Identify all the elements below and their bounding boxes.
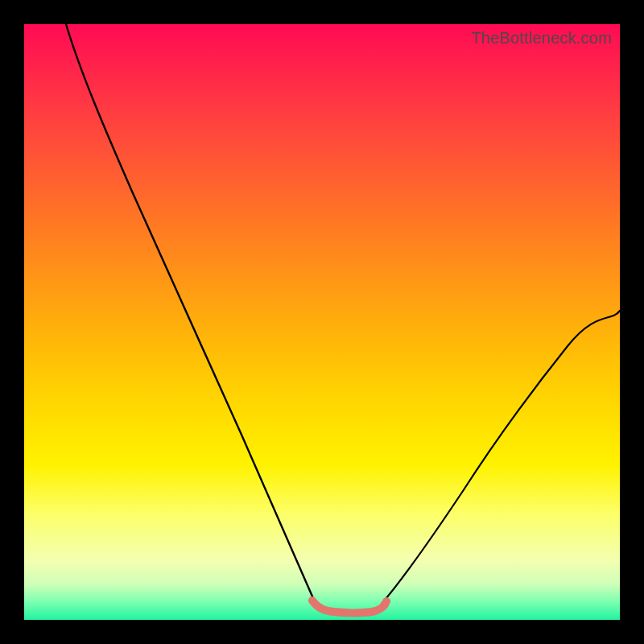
plot-area: TheBottleneck.com xyxy=(24,24,620,620)
chart-frame: TheBottleneck.com xyxy=(0,0,644,644)
curve-right-path xyxy=(382,311,620,604)
curve-left-path xyxy=(66,24,316,604)
bottleneck-curve xyxy=(24,24,620,620)
flat-minimum-path xyxy=(312,601,386,613)
